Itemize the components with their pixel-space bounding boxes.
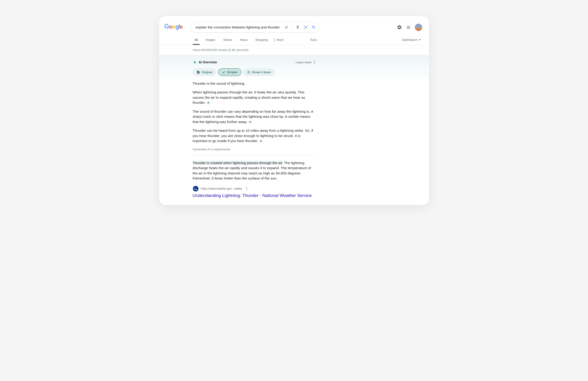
svg-point-2 — [274, 40, 275, 40]
chip-original[interactable]: Original — [193, 68, 216, 76]
svg-point-1 — [274, 38, 275, 39]
snippet-highlight: Thunder is created when lightning passes… — [193, 161, 283, 165]
lens-icon[interactable] — [303, 25, 308, 30]
ai-learn-more[interactable]: Learn more — [296, 60, 315, 64]
tab-images[interactable]: Images — [204, 35, 217, 45]
ai-overview-title: AI Overview — [193, 60, 217, 64]
noaa-favicon-icon — [193, 186, 199, 192]
svg-point-10 — [246, 190, 247, 190]
ai-paragraph: Thunder is the sound of lightning. — [193, 81, 315, 86]
chevron-down-icon — [419, 39, 421, 40]
tab-shopping[interactable]: Shopping — [253, 35, 270, 45]
header — [159, 16, 429, 35]
nav-bar: All Images Videos News Shopping More Too… — [159, 35, 429, 45]
divider — [292, 24, 292, 30]
svg-point-7 — [194, 187, 198, 191]
ai-paragraph: Thunder can be heard from up to 10 miles… — [193, 128, 315, 143]
ai-overview-content: Thunder is the sound of lightning. When … — [193, 81, 315, 155]
tab-videos[interactable]: Videos — [221, 35, 234, 45]
result-snippet: Thunder is created when lightning passes… — [193, 160, 315, 181]
header-right — [397, 24, 425, 31]
svg-point-9 — [246, 188, 247, 189]
nav-more[interactable]: More — [274, 38, 284, 41]
more-vert-icon — [274, 38, 275, 41]
document-icon — [197, 70, 200, 74]
result-title-link[interactable]: Understanding Lightning: Thunder - Natio… — [193, 193, 338, 198]
search-icons — [284, 24, 316, 30]
svg-point-5 — [314, 62, 315, 63]
microphone-icon[interactable] — [295, 25, 300, 30]
ai-paragraph: When lightning passes through the air, i… — [193, 90, 315, 105]
citation-expand-icon[interactable] — [248, 120, 252, 124]
citation-expand-icon[interactable] — [259, 140, 263, 143]
search-input[interactable] — [196, 25, 284, 29]
svg-point-3 — [274, 41, 275, 41]
svg-point-8 — [246, 187, 247, 188]
main-content: AI Overview Learn more Original Simpler — [159, 55, 338, 205]
sparkle-icon — [193, 60, 197, 64]
mode-chips: Original Simpler Break it down — [193, 68, 338, 76]
result-source: https://www.weather.gov › safety — [193, 186, 338, 192]
apps-icon[interactable] — [406, 25, 411, 30]
citation-expand-icon[interactable] — [207, 101, 210, 104]
ai-overview-section: AI Overview Learn more Original Simpler — [193, 55, 338, 155]
list-icon — [247, 70, 251, 74]
safesearch-dropdown[interactable]: SafeSearch — [402, 38, 425, 41]
safesearch-label: SafeSearch — [402, 38, 418, 41]
more-vert-icon[interactable] — [314, 60, 315, 64]
browser-window: All Images Videos News Shopping More Too… — [159, 16, 429, 205]
search-bar[interactable] — [191, 22, 319, 33]
svg-point-0 — [305, 27, 306, 28]
chip-simpler[interactable]: Simpler — [218, 68, 241, 76]
check-icon — [222, 70, 225, 74]
tools-button[interactable]: Tools — [310, 38, 317, 41]
ai-paragraph: The sound of thunder can vary depending … — [193, 109, 315, 124]
avatar[interactable] — [415, 24, 422, 31]
google-logo[interactable] — [165, 24, 183, 31]
tab-news[interactable]: News — [238, 35, 250, 45]
search-icon[interactable] — [312, 25, 316, 30]
more-vert-icon[interactable] — [246, 187, 247, 190]
chip-break-down[interactable]: Break it down — [243, 68, 275, 76]
results-stats: About 88,600,000 results (0.46 seconds) — [159, 45, 429, 55]
result-url[interactable]: https://www.weather.gov › safety — [201, 187, 242, 190]
ai-disclaimer: Generative AI is experimental. — [193, 147, 315, 155]
tab-all[interactable]: All — [193, 35, 200, 45]
clear-icon[interactable] — [284, 25, 289, 30]
nav-more-label: More — [277, 38, 284, 41]
settings-icon[interactable] — [397, 25, 402, 30]
svg-point-4 — [314, 60, 315, 61]
svg-point-6 — [314, 63, 315, 64]
